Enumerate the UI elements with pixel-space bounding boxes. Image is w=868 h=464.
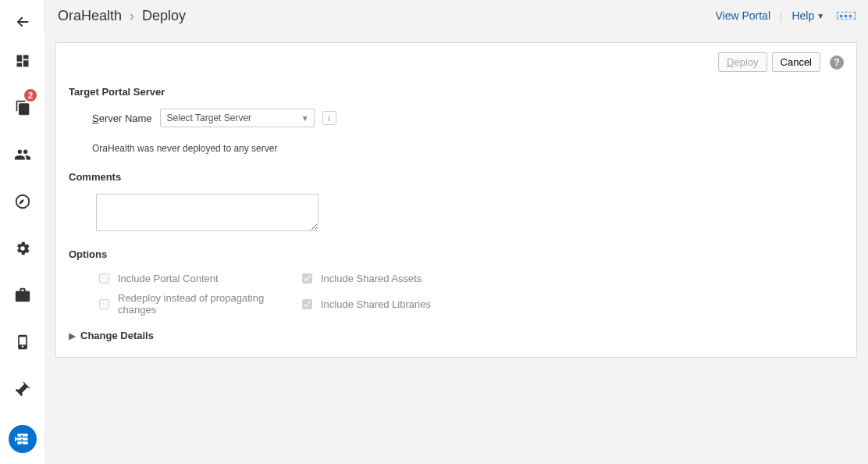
breadcrumb-portal[interactable]: OraHealth	[58, 8, 122, 24]
deploy-button[interactable]: Deploy	[718, 52, 767, 72]
gear-icon	[14, 240, 31, 257]
redeploy-label: Redeploy instead of propagating changes	[118, 292, 299, 316]
include-portal-content-option: Include Portal Content	[96, 271, 299, 286]
options-grid: Include Portal Content Include Shared As…	[96, 271, 844, 316]
redeploy-option: Redeploy instead of propagating changes	[96, 292, 299, 316]
options-section-title: Options	[69, 248, 844, 260]
info-icon[interactable]: i	[322, 111, 336, 125]
sidebar-item-settings[interactable]	[0, 225, 44, 272]
server-row: Server Name Select Target Server ▼ i	[92, 109, 844, 127]
server-name-label: Server Name	[92, 112, 152, 124]
cancel-button[interactable]: Cancel	[772, 52, 820, 72]
sidebar-item-device[interactable]	[0, 319, 44, 366]
target-section-title: Target Portal Server	[69, 86, 844, 98]
device-icon	[15, 334, 30, 350]
arrow-left-icon	[14, 13, 31, 30]
people-icon	[14, 146, 31, 163]
sidebar-item-members[interactable]	[0, 131, 44, 178]
back-button[interactable]	[0, 6, 44, 37]
sidebar-item-drafts[interactable]: 2	[0, 84, 44, 131]
include-portal-content-checkbox[interactable]	[99, 273, 109, 284]
target-server-select[interactable]: Select Target Server ▼	[160, 109, 315, 127]
help-icon[interactable]: ?	[830, 55, 844, 70]
header-actions: View Portal | Help ▼ ▪▪▪	[715, 9, 856, 22]
include-shared-assets-label: Include Shared Assets	[321, 273, 422, 284]
main-area: OraHealth › Deploy View Portal | Help ▼ …	[44, 0, 868, 464]
select-placeholder: Select Target Server	[167, 112, 252, 123]
sidebar-item-explore[interactable]	[0, 178, 44, 225]
redeploy-checkbox[interactable]	[99, 299, 109, 309]
page-header: OraHealth › Deploy View Portal | Help ▼ …	[44, 0, 868, 31]
help-dropdown[interactable]: Help ▼	[792, 9, 824, 22]
deploy-fab[interactable]	[9, 425, 37, 453]
view-portal-link[interactable]: View Portal	[715, 9, 770, 22]
breadcrumb: OraHealth › Deploy	[58, 8, 186, 24]
hammer-icon	[14, 380, 31, 398]
deploy-button-rest: eploy	[734, 56, 758, 68]
sidebar-item-deploy-action[interactable]	[0, 412, 44, 459]
overflow-menu[interactable]: ▪▪▪	[837, 12, 856, 20]
include-shared-libraries-label: Include Shared Libraries	[321, 298, 431, 310]
include-shared-libraries-option: Include Shared Libraries	[299, 292, 502, 316]
sidebar-item-dashboard[interactable]	[0, 37, 44, 84]
include-portal-content-label: Include Portal Content	[118, 273, 219, 284]
deploy-panel: Deploy Cancel ? Target Portal Server Ser…	[55, 42, 857, 358]
content-wrap: Deploy Cancel ? Target Portal Server Ser…	[44, 31, 868, 464]
include-shared-assets-checkbox[interactable]	[302, 273, 312, 284]
help-label: Help	[792, 9, 814, 22]
briefcase-icon	[14, 287, 31, 304]
sidebar-item-assets[interactable]	[0, 272, 44, 319]
dashboard-icon	[15, 53, 30, 69]
comments-section-title: Comments	[69, 171, 844, 183]
include-shared-libraries-checkbox[interactable]	[302, 299, 312, 309]
sidebar: 2	[0, 0, 44, 464]
panel-toolbar: Deploy Cancel ?	[69, 52, 844, 72]
deploy-server-icon	[15, 431, 30, 447]
compass-icon	[14, 193, 31, 210]
caret-down-icon: ▼	[816, 12, 824, 20]
comments-textarea[interactable]	[96, 194, 318, 231]
sidebar-item-tools[interactable]	[0, 366, 44, 412]
triangle-right-icon: ▶	[69, 330, 76, 341]
caret-down-icon: ▼	[301, 114, 309, 123]
pages-icon	[15, 100, 30, 116]
change-details-expander[interactable]: ▶ Change Details	[69, 330, 844, 341]
chevron-right-icon: ›	[130, 8, 134, 24]
deploy-status-message: OraHealth was never deployed to any serv…	[92, 143, 844, 154]
include-shared-assets-option: Include Shared Assets	[299, 271, 502, 286]
separator: |	[780, 10, 782, 22]
drafts-badge: 2	[24, 89, 37, 102]
change-details-label: Change Details	[80, 330, 154, 341]
breadcrumb-page: Deploy	[142, 8, 186, 24]
